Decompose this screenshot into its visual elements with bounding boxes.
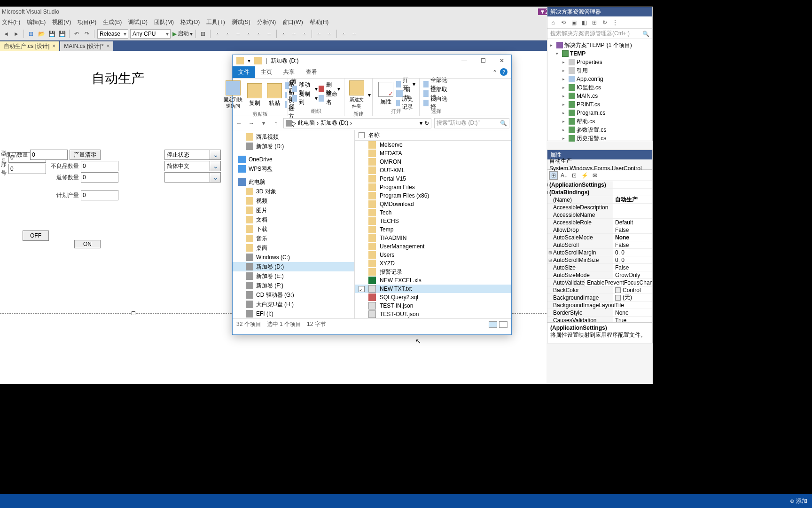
size-h-icon[interactable]: ⫨	[280, 30, 288, 38]
redo-icon[interactable]: ↷	[83, 30, 91, 38]
good-input[interactable]	[30, 150, 68, 160]
prop-row[interactable]: (Name)自动生产	[547, 196, 652, 204]
editor-tab[interactable]: 自动生产.cs [设计]×	[0, 41, 59, 51]
up-button[interactable]: ↑	[271, 119, 281, 128]
nav-fwd-icon[interactable]: ►	[12, 30, 21, 38]
editor-tab[interactable]: MAIN.cs [设计]*×	[60, 41, 113, 51]
file-item[interactable]: Tech	[355, 208, 511, 217]
nav-item[interactable]: 新加卷 (D:)	[233, 262, 354, 271]
file-item[interactable]: Portal V15	[355, 175, 511, 183]
explorer-titlebar[interactable]: ▾ | 新加卷 (D:) — ☐ ✕	[233, 55, 511, 66]
align-mid-icon[interactable]: ⫨	[255, 30, 263, 38]
prop-row[interactable]: AccessibleName	[547, 211, 652, 219]
prop-row[interactable]: AutoScrollFalse	[547, 241, 652, 249]
nav-item[interactable]: WPS网盘	[233, 164, 354, 174]
prop-row[interactable]: AccessibleDescription	[547, 204, 652, 211]
new-dropdown-icon[interactable]: ▾	[368, 92, 371, 98]
menu-item[interactable]: 团队(M)	[154, 18, 174, 26]
close-icon[interactable]: ×	[52, 43, 55, 49]
selection-handle[interactable]	[132, 311, 135, 315]
maximize-button[interactable]: ☐	[474, 55, 492, 66]
prop-category[interactable]: ⊞(DataBindings)	[547, 189, 652, 196]
menu-item[interactable]: 测试(S)	[232, 18, 250, 26]
nav-item[interactable]: 视频	[233, 196, 354, 206]
menu-item[interactable]: 生成(B)	[103, 18, 122, 26]
prop-row[interactable]: AutoValidateEnablePreventFocusChange	[547, 279, 652, 286]
menu-item[interactable]: 调试(D)	[128, 18, 148, 26]
bring-front-icon[interactable]: ⫨	[340, 30, 348, 38]
file-item[interactable]: XYZD	[355, 259, 511, 268]
nav-item[interactable]: CD 驱动器 (G:)	[233, 290, 354, 300]
prop-row[interactable]: AutoSizeModeGrowOnly	[547, 271, 652, 279]
chevron-right-icon[interactable]: ›	[350, 120, 352, 127]
file-item[interactable]: Temp	[355, 225, 511, 234]
cat-icon[interactable]: ⊞	[549, 171, 558, 180]
selectall-checkbox[interactable]	[359, 132, 365, 138]
menu-item[interactable]: 视图(V)	[52, 18, 71, 26]
close-button[interactable]: ✕	[492, 55, 511, 66]
tree-item[interactable]: ▸MAIN.cs	[547, 92, 652, 100]
minimize-button[interactable]: —	[455, 55, 474, 66]
prop-row[interactable]: AccessibleRoleDefault	[547, 219, 652, 226]
chevron-right-icon[interactable]: ›	[294, 120, 296, 127]
collapse-icon[interactable]: ▣	[570, 19, 578, 26]
rework-input[interactable]	[81, 172, 118, 183]
align-right-icon[interactable]: ⫨	[234, 30, 242, 38]
explorer-search[interactable]: 搜索"新加卷 (D:)" 🔍	[434, 118, 509, 128]
prop-row[interactable]: ⊞AutoScrollMinSize0, 0	[547, 256, 652, 264]
nav-item[interactable]: 音乐	[233, 234, 354, 243]
solution-tree[interactable]: ▸解决方案"TEMP"(1 个项目) ▾TEMP▸Properties▸引用▸A…	[547, 39, 652, 142]
config-combo[interactable]: Release	[97, 29, 128, 39]
nav-item[interactable]: EFI (I:)	[233, 309, 354, 318]
dropdown-icon[interactable]: ▾	[420, 120, 422, 127]
file-item[interactable]: Melservo	[355, 141, 511, 149]
file-item[interactable]: Program Files	[355, 183, 511, 191]
tree-item[interactable]: ▸历史报警.cs	[547, 134, 652, 142]
platform-combo[interactable]: Any CPU	[130, 29, 171, 39]
properties-grid[interactable]: ⊞(ApplicationSettings)⊞(DataBindings)(Na…	[547, 181, 652, 322]
menu-item[interactable]: 项目(P)	[78, 18, 96, 26]
file-item[interactable]: TEST-IN.json	[355, 302, 511, 310]
save-icon[interactable]: 💾	[47, 30, 56, 38]
solution-search[interactable]: 搜索解决方案资源管理器(Ctrl+;) 🔍	[547, 29, 652, 39]
tree-item[interactable]: ▸IO监控.cs	[547, 83, 652, 92]
back-button[interactable]: ←	[234, 119, 244, 128]
menu-item[interactable]: 帮助(H)	[310, 18, 329, 26]
plan-input[interactable]	[81, 190, 118, 200]
details-view-icon[interactable]	[489, 321, 497, 328]
send-back-icon[interactable]: ⫨	[350, 30, 359, 38]
help-icon[interactable]: ?	[500, 68, 508, 76]
chevron-right-icon[interactable]: ›	[317, 120, 319, 127]
refresh-icon[interactable]: ↻	[601, 19, 609, 26]
file-item[interactable]: 报警记录	[355, 268, 511, 276]
vspace-icon[interactable]: ⫨	[325, 30, 334, 38]
pin-button[interactable]: 固定到快速访问	[222, 79, 244, 111]
add-icon[interactable]: ⊕ 添加	[790, 497, 807, 505]
nav-item[interactable]: 西瓜视频	[233, 132, 354, 142]
nav-item[interactable]: 桌面	[233, 243, 354, 253]
file-item[interactable]: OUT-XML	[355, 166, 511, 175]
paste-button[interactable]: 粘贴	[265, 82, 284, 108]
copy-button[interactable]: 复制	[245, 82, 264, 108]
menu-item[interactable]: 工具(T)	[206, 18, 225, 26]
file-item[interactable]: TEST-OUT.json	[355, 310, 511, 318]
explorer-filelist[interactable]: 名称 MelservoMFDATAOMRONOUT-XMLPortal V15P…	[355, 130, 511, 318]
bad-input[interactable]	[81, 161, 118, 171]
tab-home[interactable]: 主页	[255, 66, 278, 78]
file-item[interactable]: TIAADMIN	[355, 234, 511, 242]
start-button[interactable]: 启动 ▾	[172, 30, 193, 38]
selinv-button[interactable]: 反向选择	[423, 99, 449, 107]
breadcrumb[interactable]: › 此电脑 › 新加卷 (D:) › ▾ ↻	[283, 118, 431, 128]
nav-back-icon[interactable]: ◄	[2, 30, 10, 38]
filelist-header[interactable]: 名称	[355, 130, 511, 141]
menu-item[interactable]: 窗口(W)	[282, 18, 303, 26]
explorer-navpane[interactable]: 西瓜视频新加卷 (D:)OneDriveWPS网盘此电脑3D 对象视频图片文档下…	[233, 130, 355, 318]
size-both-icon[interactable]: ⫨	[300, 30, 309, 38]
nav-item[interactable]: 文档	[233, 215, 354, 224]
file-checkbox[interactable]	[359, 286, 365, 292]
saveall-icon[interactable]: 💾	[58, 30, 66, 38]
prop-row[interactable]: BorderStyleNone	[547, 309, 652, 317]
menu-item[interactable]: 格式(O)	[180, 18, 200, 26]
tree-item[interactable]: ▸帮助.cs	[547, 117, 652, 126]
status-combo[interactable]: 停止状态⌄	[164, 150, 221, 160]
